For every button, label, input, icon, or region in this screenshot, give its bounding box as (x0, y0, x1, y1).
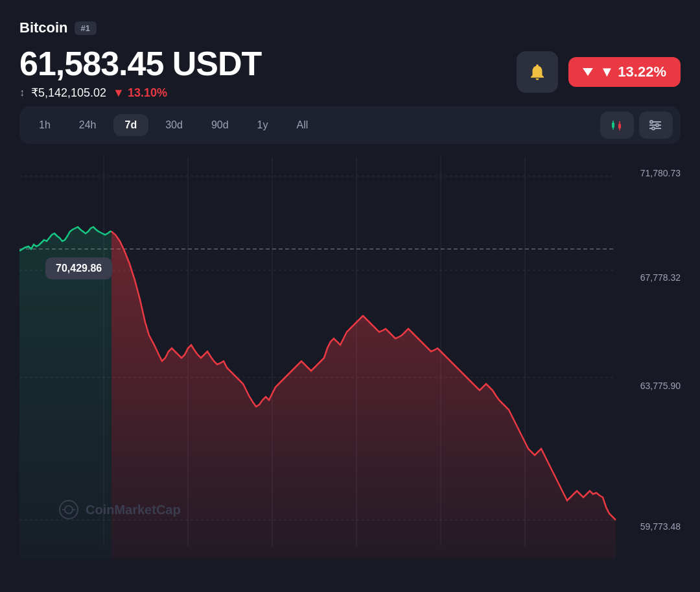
y-label-4: 59,773.48 (640, 521, 681, 532)
chart-svg (19, 157, 681, 559)
tf-all[interactable]: All (285, 114, 320, 136)
y-label-1: 71,780.73 (640, 168, 681, 178)
chart-type-button[interactable] (600, 112, 634, 139)
y-label-3: 63,775.90 (640, 381, 681, 391)
filter-button[interactable] (639, 112, 673, 139)
coin-name: Bitcoin (19, 19, 68, 36)
svg-point-12 (652, 127, 655, 130)
tf-24h[interactable]: 24h (67, 114, 108, 136)
timeframe-bar: 1h 24h 7d 30d 90d 1y All (19, 106, 681, 144)
tf-1h[interactable]: 1h (27, 114, 62, 136)
triangle-down-icon (583, 68, 593, 76)
price-inr: ₹5,142,105.02 (31, 86, 106, 100)
svg-point-6 (650, 121, 653, 123)
watermark: CoinMarketCap (58, 499, 181, 520)
alert-button[interactable] (517, 51, 558, 93)
y-label-2: 67,778.32 (640, 272, 681, 283)
price-usdt: 61,583.45 USDT (19, 44, 261, 83)
arrows-icon: ↕ (19, 87, 25, 99)
tf-90d[interactable]: 90d (200, 114, 240, 136)
watermark-text: CoinMarketCap (86, 503, 181, 517)
tf-7d[interactable]: 7d (113, 114, 149, 136)
change-badge: ▼ 13.22% (568, 57, 681, 87)
rank-badge: #1 (75, 21, 97, 35)
tf-1y[interactable]: 1y (246, 114, 280, 136)
price-chart: 71,780.73 67,778.32 63,775.90 59,773.48 … (19, 157, 681, 559)
svg-point-9 (656, 124, 659, 126)
tf-30d[interactable]: 30d (154, 114, 194, 136)
svg-rect-0 (612, 123, 614, 128)
svg-point-27 (65, 506, 73, 514)
chart-tooltip: 70,429.86 (45, 257, 112, 279)
svg-rect-3 (618, 124, 621, 128)
price-change-pct: ▼ 13.10% (113, 86, 167, 100)
